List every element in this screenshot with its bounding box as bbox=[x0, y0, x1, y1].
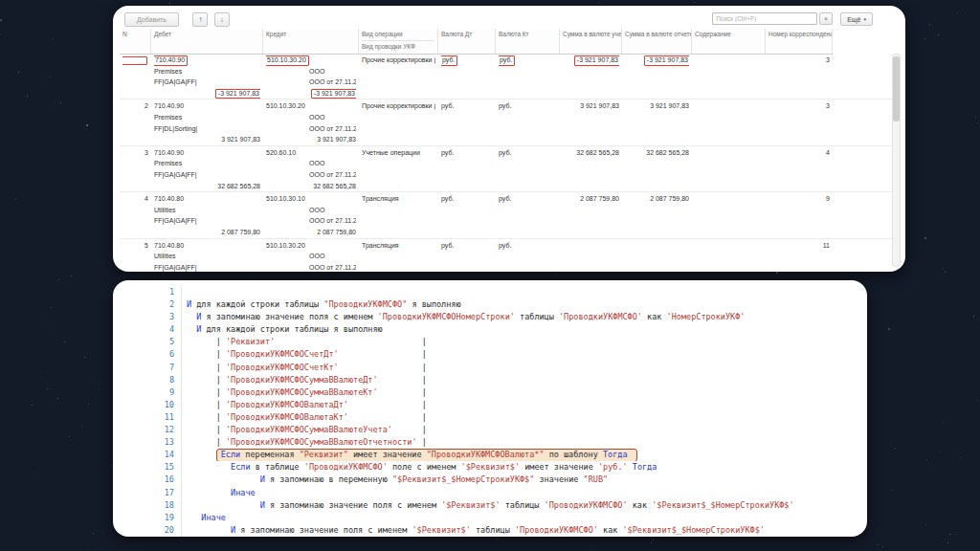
cell-operation-type[interactable]: Трансляция bbox=[359, 192, 438, 237]
cell-currency-kt[interactable]: руб. bbox=[496, 146, 560, 191]
code-line-text[interactable]: И я запоминаю значение поля с именем 'Пр… bbox=[182, 311, 867, 323]
code-line-text[interactable]: Иначе bbox=[182, 512, 867, 524]
column-header[interactable]: Валюта Дт bbox=[438, 29, 496, 54]
cell-credit[interactable]: 510.10.30.20ОООООО от 27.11.20...-3 921 … bbox=[263, 54, 359, 99]
code-line-text[interactable]: | 'ПроводкиУКФМСФОВалютаДт' | bbox=[182, 399, 867, 411]
code-line-text[interactable]: И я запоминаю значение поля с именем '$Р… bbox=[182, 499, 867, 512]
column-header[interactable]: Сумма в валюте отчетности bbox=[622, 29, 692, 54]
cell-currency-dt[interactable]: руб. bbox=[438, 192, 496, 237]
code-line-text[interactable]: | 'ПроводкиУКФМСФОСуммаВВалютеУчета' | bbox=[182, 424, 867, 436]
cell-currency-dt[interactable]: руб. bbox=[438, 99, 496, 144]
table-row[interactable]: 1710.40.90PremisesFF|GA|GA|FF|-3 921 907… bbox=[120, 54, 892, 99]
code-line-text[interactable] bbox=[182, 286, 867, 298]
code-line-text[interactable]: | 'ПроводкиУКФМСФОСуммаВВалютеДт' | bbox=[182, 374, 867, 386]
cell-sum-accounting[interactable]: 3 921 907,83 bbox=[560, 99, 622, 144]
code-line-text[interactable]: И для каждой строки таблицы я выполняю bbox=[182, 323, 867, 336]
line-number: 20 bbox=[113, 524, 182, 537]
currency-kt: руб. bbox=[499, 55, 515, 66]
table-row[interactable]: 4710.40.80UtilitiesFF|GA|GA|FF|2 087 759… bbox=[120, 192, 892, 238]
code-text: таблицы bbox=[515, 312, 559, 321]
column-header[interactable]: Дебет bbox=[151, 29, 263, 54]
table-row[interactable]: 3710.40.90PremisesFF|GA|GA|FF|32 682 565… bbox=[120, 146, 892, 192]
code-line-text[interactable]: | 'ПроводкиУКФМСФОСуммаВВалютеОтчетности… bbox=[182, 436, 867, 449]
cell-debit[interactable]: 710.40.90PremisesFF|DL|Sorting|3 921 907… bbox=[151, 99, 263, 144]
cell-debit[interactable]: 710.40.80UtilitiesFF|GA|GA|FF|2 087 759,… bbox=[151, 192, 263, 237]
cell-sum-reporting[interactable] bbox=[622, 239, 692, 273]
cell-sum-reporting[interactable]: -3 921 907,83 bbox=[622, 54, 692, 99]
cell-currency-kt[interactable]: руб. bbox=[496, 54, 560, 99]
cell-currency-kt[interactable]: руб. bbox=[496, 192, 560, 237]
cell-content[interactable] bbox=[692, 192, 766, 237]
cell-debit[interactable]: 710.40.90PremisesFF|GA|GA|FF|-3 921 907,… bbox=[151, 54, 263, 99]
cell-sum-reporting[interactable]: 32 682 565,28 bbox=[622, 146, 692, 191]
cell-credit[interactable]: 520.60.10ОООООО от 27.11.20...32 682 565… bbox=[263, 146, 359, 191]
cell-currency-dt[interactable]: руб. bbox=[438, 239, 496, 273]
cell-credit[interactable]: 510.10.30.20ОООООО от 27.11.20... bbox=[263, 239, 359, 273]
cell-sum-accounting[interactable] bbox=[560, 239, 622, 273]
table-row[interactable]: 2710.40.90PremisesFF|DL|Sorting|3 921 90… bbox=[120, 99, 892, 145]
column-header-label: Вид операции bbox=[362, 31, 434, 37]
cell-row-number[interactable]: 4 bbox=[120, 192, 151, 237]
cell-currency-dt[interactable]: руб. bbox=[438, 146, 496, 191]
cell-corr-number[interactable]: 4 bbox=[766, 146, 833, 191]
add-button[interactable]: Добавить bbox=[124, 12, 179, 27]
table-row[interactable]: 5710.40.80UtilitiesFF|GA|GA|FF|510.10.30… bbox=[120, 239, 892, 273]
cell-content[interactable] bbox=[692, 239, 766, 273]
cell-row-number[interactable]: 2 bbox=[120, 99, 151, 144]
cell-corr-number[interactable]: 11 bbox=[766, 239, 833, 273]
code-line-text[interactable]: | 'Реквизит' | bbox=[182, 336, 867, 348]
column-header[interactable]: Содержание bbox=[692, 29, 766, 54]
scrollbar-thumb[interactable] bbox=[893, 56, 900, 121]
cell-currency-kt[interactable]: руб. bbox=[496, 99, 560, 144]
code-line-text[interactable]: Если переменная "Реквизит" имеет значени… bbox=[182, 449, 867, 461]
cell-operation-type[interactable]: Прочие корректировки (без ... bbox=[359, 54, 438, 99]
cell-corr-number[interactable]: 3 bbox=[766, 54, 833, 99]
column-header[interactable]: N bbox=[120, 29, 151, 54]
code-line-text[interactable]: И я запоминаю значение поля с именем '$Р… bbox=[182, 524, 867, 537]
cell-operation-type[interactable]: Учетные операции bbox=[359, 146, 438, 191]
cell-credit[interactable]: 510.10.30.10ОООООО от 27.11.20...2 087 7… bbox=[263, 192, 359, 237]
cell-corr-number[interactable]: 9 bbox=[766, 192, 833, 237]
code-line-text[interactable]: | 'ПроводкиУКФМСФОВалютаКт' | bbox=[182, 411, 867, 424]
cell-operation-type[interactable]: Прочие корректировки (без ... bbox=[359, 99, 438, 144]
column-header[interactable]: Валюта Кт bbox=[496, 29, 560, 54]
more-button[interactable]: Ещё▾ bbox=[840, 12, 873, 26]
cell-sum-reporting[interactable]: 3 921 907,83 bbox=[622, 99, 692, 144]
code-text: | bbox=[378, 387, 427, 397]
cell-row-number[interactable]: 1 bbox=[120, 54, 151, 99]
cell-debit[interactable]: 710.40.80UtilitiesFF|GA|GA|FF| bbox=[151, 239, 263, 273]
search-input[interactable] bbox=[712, 12, 817, 25]
cell-sum-accounting[interactable]: 2 087 759,80 bbox=[560, 192, 622, 237]
code-line-text[interactable]: Иначе bbox=[182, 487, 867, 499]
vertical-scrollbar[interactable] bbox=[892, 54, 901, 267]
move-down-button[interactable]: ↓ bbox=[214, 12, 230, 27]
star-dot bbox=[99, 384, 100, 385]
cell-content[interactable] bbox=[692, 99, 766, 144]
cell-content[interactable] bbox=[692, 146, 766, 191]
code-line-text[interactable]: | 'ПроводкиУКФМСФОСчетДт' | bbox=[182, 348, 867, 361]
code-line-text[interactable]: | 'ПроводкиУКФМСФОСчетКт' | bbox=[182, 362, 867, 374]
cell-content[interactable] bbox=[692, 54, 766, 99]
code-line-text[interactable]: И для каждой строки таблицы "ПроводкиУКФ… bbox=[182, 298, 867, 311]
code-line-text[interactable]: | 'ПроводкиУКФМСФОСуммаВВалютеКт' | bbox=[182, 386, 867, 399]
cell-currency-dt[interactable]: руб. bbox=[438, 54, 496, 99]
move-up-button[interactable]: ↑ bbox=[192, 12, 208, 27]
cell-currency-kt[interactable]: руб. bbox=[496, 239, 560, 273]
column-header[interactable]: Вид операцииВид проводки УКФ bbox=[359, 29, 438, 54]
cell-credit[interactable]: 510.10.30.20ОООООО от 27.11.20...3 921 9… bbox=[263, 99, 359, 144]
clear-search-button[interactable]: × bbox=[819, 12, 833, 25]
code-line-text[interactable]: И я запоминаю в переменную "$Реквизит$_$… bbox=[182, 474, 867, 486]
column-header[interactable]: Кредит bbox=[263, 29, 359, 54]
cell-operation-type[interactable]: Трансляция bbox=[359, 239, 438, 273]
cell-sum-accounting[interactable]: 32 682 565,28 bbox=[560, 146, 622, 191]
cell-corr-number[interactable]: 3 bbox=[766, 99, 833, 144]
cell-sum-accounting[interactable]: -3 921 907,83 bbox=[560, 54, 622, 99]
cell-row-number[interactable]: 5 bbox=[120, 239, 151, 273]
code-line-text[interactable]: Если в таблице 'ПроводкиУКФМСФО' поле с … bbox=[182, 461, 867, 474]
cell-debit[interactable]: 710.40.90PremisesFF|GA|GA|FF|32 682 565,… bbox=[151, 146, 263, 191]
cell-row-number[interactable]: 3 bbox=[120, 146, 151, 191]
column-header[interactable]: Сумма в валюте учета bbox=[560, 29, 622, 54]
cell-line: -3 921 907,83 bbox=[563, 55, 619, 66]
cell-sum-reporting[interactable]: 2 087 759,80 bbox=[622, 192, 692, 237]
column-header[interactable]: Номер корреспонденции bbox=[766, 29, 833, 54]
